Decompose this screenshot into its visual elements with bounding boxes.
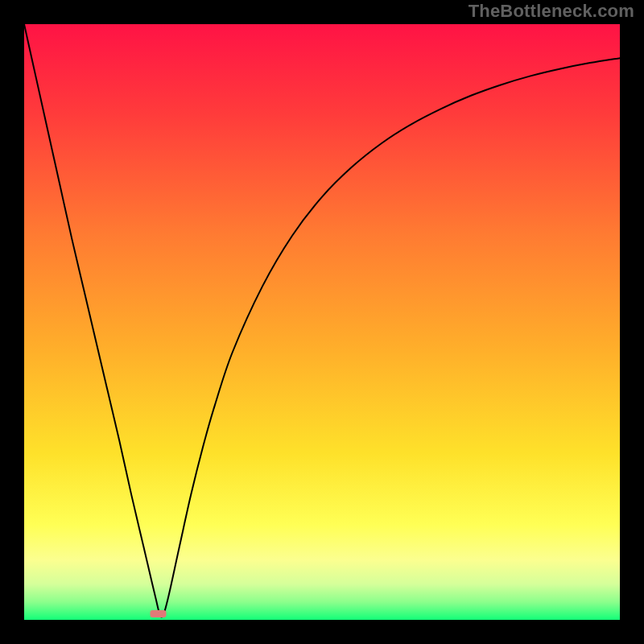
watermark-text: TheBottleneck.com — [469, 1, 634, 22]
plot-background — [24, 24, 620, 620]
minimum-marker — [151, 610, 167, 617]
chart-frame: TheBottleneck.com — [0, 0, 644, 644]
chart-svg — [0, 0, 644, 644]
